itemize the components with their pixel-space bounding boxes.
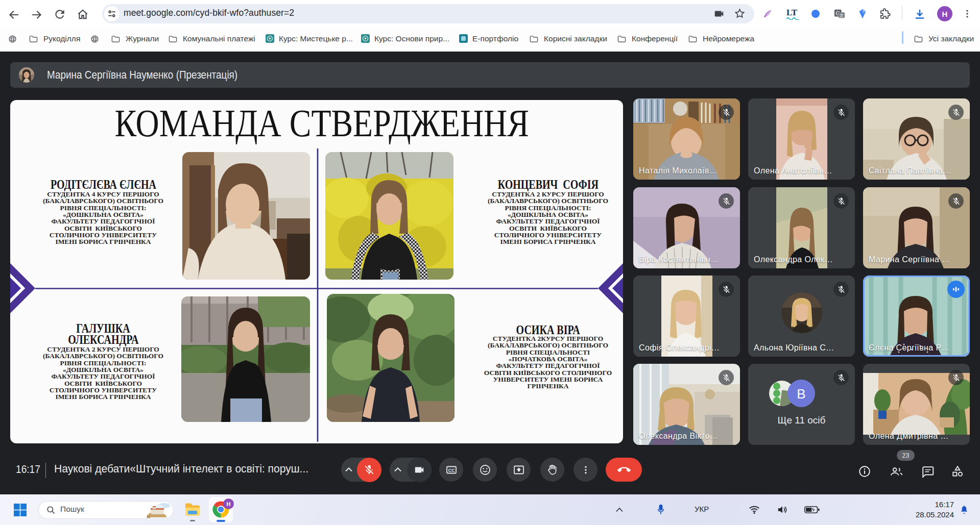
svg-text:В: В [797,386,805,402]
svg-text:CC: CC [448,467,455,472]
svg-text:文: 文 [840,13,844,18]
